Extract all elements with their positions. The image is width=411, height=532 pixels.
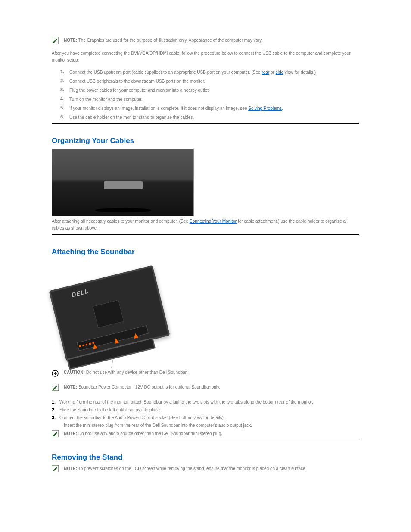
step-6: 6. Use the cable holder on the monitor s… <box>60 114 359 121</box>
note-text: NOTE: The Graphics are used for the purp… <box>64 37 359 44</box>
soundbar-attachment-image: DELL <box>52 260 168 367</box>
section-divider <box>52 123 359 124</box>
step-4: 4. Turn on the monitor and the computer. <box>60 96 359 103</box>
note-audio-source: NOTE: Do not use any audio source other … <box>52 430 359 437</box>
dell-logo: DELL <box>71 287 89 298</box>
removing-stand-heading: Removing the Stand <box>52 453 359 462</box>
organizing-cables-body: After attaching all necessary cables to … <box>52 218 359 232</box>
step-2: 2. Connect USB peripherals to the downst… <box>60 78 359 84</box>
attaching-soundbar-heading: Attaching the Soundbar <box>52 248 359 256</box>
section-divider-2 <box>52 234 359 235</box>
soundbar-step-1: 1.Working from the rear of the monitor, … <box>52 399 359 404</box>
caution-row: CAUTION: Do not use with any device othe… <box>52 370 359 377</box>
intro-text: After you have completed connecting the … <box>52 50 359 64</box>
solving-problems-link[interactable]: Solving Problems <box>248 106 282 111</box>
notice-icon <box>52 370 59 377</box>
side-link[interactable]: side <box>276 70 283 75</box>
pencil-note-icon-2 <box>52 384 59 391</box>
cable-organization-image <box>52 149 194 216</box>
note-soundbar-power: NOTE: Soundbar Power Connector +12V DC o… <box>52 384 359 391</box>
pencil-note-icon-3 <box>52 430 59 437</box>
section-divider-3 <box>52 440 359 440</box>
note-graphics-illustration: NOTE: The Graphics are used for the purp… <box>52 37 359 44</box>
rear-link[interactable]: rear <box>262 70 269 75</box>
pencil-note-icon <box>52 37 59 44</box>
step-5: 5. If your monitor displays an image, in… <box>60 105 359 112</box>
caution-text: Do not use with any device other than De… <box>86 370 188 375</box>
soundbar-step-4: Insert the mini stereo plug from the rea… <box>64 423 359 428</box>
organizing-cables-heading: Organizing Your Cables <box>52 137 359 145</box>
connecting-monitor-link[interactable]: Connecting Your Monitor <box>190 219 237 224</box>
step-1: 1. Connect the USB upstream port (cable … <box>60 69 359 75</box>
step-3: 3. Plug the power cables for your comput… <box>60 87 359 93</box>
soundbar-step-3: 3.Connect the soundbar to the Audio Powe… <box>52 415 359 420</box>
soundbar-step-2: 2.Slide the Soundbar to the left until i… <box>52 407 359 412</box>
pencil-note-icon-4 <box>52 465 59 472</box>
note-scratch-prevention: NOTE: To prevent scratches on the LCD sc… <box>52 465 359 472</box>
